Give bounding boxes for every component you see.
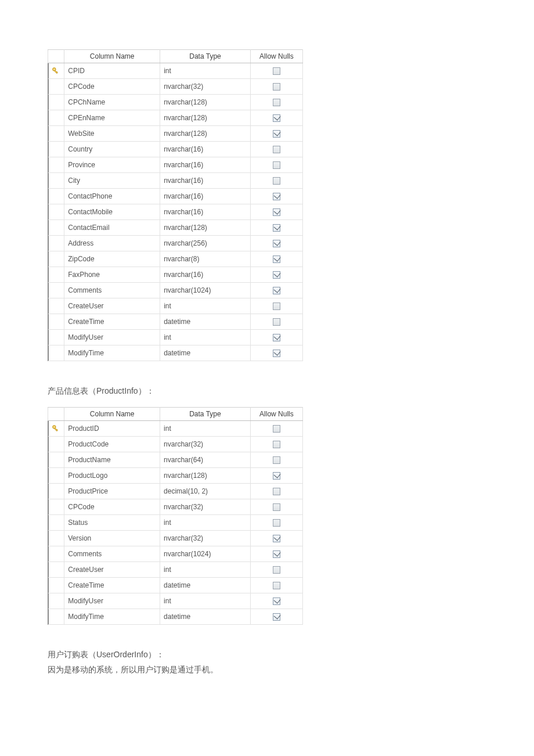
allow-nulls-cell[interactable] — [250, 561, 302, 577]
allow-nulls-cell[interactable] — [250, 126, 302, 142]
table-row[interactable]: ContactEmailnvarchar(128) — [48, 220, 303, 236]
allow-nulls-checkbox[interactable] — [273, 503, 280, 511]
data-type-cell[interactable]: datetime — [160, 577, 251, 593]
table-row[interactable]: ProductCodenvarchar(32) — [48, 436, 303, 452]
column-name-cell[interactable]: ModifyTime — [64, 609, 160, 624]
data-type-cell[interactable]: nvarchar(256) — [160, 236, 251, 251]
allow-nulls-cell[interactable] — [250, 283, 302, 298]
column-name-cell[interactable]: Address — [64, 236, 160, 251]
table-row[interactable]: CPEnNamenvarchar(128) — [48, 110, 303, 126]
allow-nulls-checkbox[interactable] — [273, 224, 280, 232]
data-type-cell[interactable]: nvarchar(16) — [160, 267, 251, 283]
table-row[interactable]: Statusint — [48, 514, 303, 530]
allow-nulls-cell[interactable] — [250, 530, 302, 546]
allow-nulls-checkbox[interactable] — [273, 334, 280, 341]
data-type-cell[interactable]: nvarchar(1024) — [160, 283, 251, 298]
allow-nulls-checkbox[interactable] — [273, 441, 280, 448]
allow-nulls-cell[interactable] — [250, 483, 302, 499]
table-row[interactable]: ContactPhonenvarchar(16) — [48, 189, 303, 204]
data-type-cell[interactable]: int — [160, 420, 251, 436]
column-name-cell[interactable]: ProductName — [64, 452, 160, 467]
allow-nulls-cell[interactable] — [250, 189, 302, 204]
allow-nulls-cell[interactable] — [250, 95, 302, 110]
data-type-cell[interactable]: int — [160, 561, 251, 577]
data-type-cell[interactable]: nvarchar(128) — [160, 220, 251, 236]
column-name-cell[interactable]: ModifyUser — [64, 330, 160, 345]
allow-nulls-cell[interactable] — [250, 514, 302, 530]
allow-nulls-cell[interactable] — [250, 467, 302, 483]
data-type-cell[interactable]: datetime — [160, 345, 251, 361]
table-row[interactable]: Addressnvarchar(256) — [48, 236, 303, 251]
allow-nulls-cell[interactable] — [250, 420, 302, 436]
allow-nulls-checkbox[interactable] — [273, 613, 280, 621]
data-type-cell[interactable]: nvarchar(16) — [160, 173, 251, 189]
table-row[interactable]: Countrynvarchar(16) — [48, 142, 303, 157]
allow-nulls-cell[interactable] — [250, 173, 302, 189]
column-name-cell[interactable]: Comments — [64, 546, 160, 561]
allow-nulls-checkbox[interactable] — [273, 318, 280, 326]
column-name-cell[interactable]: City — [64, 173, 160, 189]
allow-nulls-cell[interactable] — [250, 314, 302, 330]
allow-nulls-checkbox[interactable] — [273, 535, 280, 542]
allow-nulls-cell[interactable] — [250, 63, 302, 79]
data-type-cell[interactable]: int — [160, 593, 251, 609]
allow-nulls-cell[interactable] — [250, 220, 302, 236]
column-name-cell[interactable]: CPCode — [64, 79, 160, 95]
allow-nulls-cell[interactable] — [250, 251, 302, 267]
table-row[interactable]: WebSitenvarchar(128) — [48, 126, 303, 142]
allow-nulls-cell[interactable] — [250, 436, 302, 452]
data-type-cell[interactable]: nvarchar(128) — [160, 110, 251, 126]
column-name-cell[interactable]: CPID — [64, 63, 160, 79]
allow-nulls-cell[interactable] — [250, 546, 302, 561]
data-type-cell[interactable]: int — [160, 514, 251, 530]
table-row[interactable]: Versionnvarchar(32) — [48, 530, 303, 546]
allow-nulls-cell[interactable] — [250, 330, 302, 345]
data-type-cell[interactable]: nvarchar(128) — [160, 126, 251, 142]
table-row[interactable]: CreateTimedatetime — [48, 314, 303, 330]
allow-nulls-cell[interactable] — [250, 267, 302, 283]
column-name-cell[interactable]: CPEnName — [64, 110, 160, 126]
allow-nulls-cell[interactable] — [250, 345, 302, 361]
table-row[interactable]: ProductLogonvarchar(128) — [48, 467, 303, 483]
table-row[interactable]: ContactMobilenvarchar(16) — [48, 204, 303, 220]
allow-nulls-checkbox[interactable] — [273, 597, 280, 605]
table-row[interactable]: CPIDint — [48, 63, 303, 79]
allow-nulls-cell[interactable] — [250, 142, 302, 157]
table-row[interactable]: Commentsnvarchar(1024) — [48, 283, 303, 298]
column-name-cell[interactable]: ModifyTime — [64, 345, 160, 361]
allow-nulls-cell[interactable] — [250, 204, 302, 220]
column-name-cell[interactable]: WebSite — [64, 126, 160, 142]
allow-nulls-checkbox[interactable] — [273, 130, 280, 138]
table-row[interactable]: ModifyTimedatetime — [48, 609, 303, 624]
table-row[interactable]: Commentsnvarchar(1024) — [48, 546, 303, 561]
allow-nulls-cell[interactable] — [250, 157, 302, 173]
data-type-cell[interactable]: nvarchar(32) — [160, 499, 251, 514]
data-type-cell[interactable]: nvarchar(64) — [160, 452, 251, 467]
column-name-cell[interactable]: Country — [64, 142, 160, 157]
data-type-cell[interactable]: nvarchar(16) — [160, 157, 251, 173]
column-name-cell[interactable]: ProductID — [64, 420, 160, 436]
allow-nulls-checkbox[interactable] — [273, 83, 280, 91]
allow-nulls-checkbox[interactable] — [273, 99, 280, 106]
column-name-cell[interactable]: Comments — [64, 283, 160, 298]
allow-nulls-cell[interactable] — [250, 298, 302, 314]
column-name-cell[interactable]: CreateUser — [64, 298, 160, 314]
data-type-cell[interactable]: nvarchar(16) — [160, 204, 251, 220]
data-type-cell[interactable]: nvarchar(16) — [160, 142, 251, 157]
allow-nulls-checkbox[interactable] — [273, 582, 280, 589]
table-row[interactable]: ModifyUserint — [48, 593, 303, 609]
allow-nulls-cell[interactable] — [250, 236, 302, 251]
table-row[interactable]: ModifyUserint — [48, 330, 303, 345]
column-name-cell[interactable]: Province — [64, 157, 160, 173]
table-row[interactable]: FaxPhonenvarchar(16) — [48, 267, 303, 283]
table-row[interactable]: ProductPricedecimal(10, 2) — [48, 483, 303, 499]
column-name-cell[interactable]: Version — [64, 530, 160, 546]
table-row[interactable]: ZipCodenvarchar(8) — [48, 251, 303, 267]
allow-nulls-checkbox[interactable] — [273, 456, 280, 464]
table-row[interactable]: CPChNamenvarchar(128) — [48, 95, 303, 110]
allow-nulls-checkbox[interactable] — [273, 240, 280, 247]
column-name-cell[interactable]: ProductLogo — [64, 467, 160, 483]
allow-nulls-cell[interactable] — [250, 577, 302, 593]
allow-nulls-checkbox[interactable] — [273, 177, 280, 185]
allow-nulls-checkbox[interactable] — [273, 193, 280, 200]
